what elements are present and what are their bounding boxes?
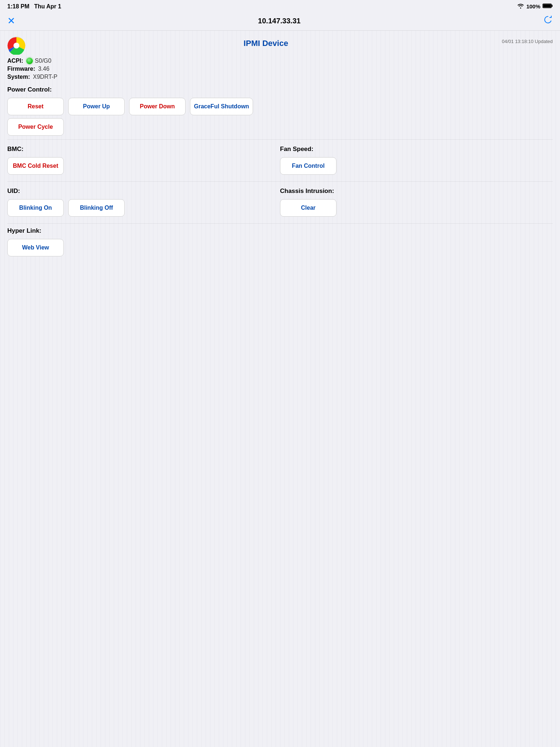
uid-section: UID: Blinking On Blinking Off <box>7 185 280 220</box>
close-button[interactable]: ✕ <box>7 16 15 26</box>
device-info: ACPI: S0/G0 Firmware: 3.46 System: X9DRT… <box>7 58 553 80</box>
fan-speed-buttons: Fan Control <box>280 157 553 175</box>
main-content: IPMI Device 04/01 13:18:10 Updated ACPI:… <box>0 31 560 265</box>
power-control-label: Power Control: <box>7 86 553 93</box>
app-logo <box>7 36 26 55</box>
acpi-label: ACPI: <box>7 58 23 64</box>
firmware-label: Firmware: <box>7 66 35 72</box>
battery-percent: 100% <box>526 3 540 9</box>
blinking-on-button[interactable]: Blinking On <box>7 199 64 217</box>
uid-buttons: Blinking On Blinking Off <box>7 199 280 217</box>
battery-icon <box>542 3 553 9</box>
clear-button[interactable]: Clear <box>280 199 337 217</box>
acpi-value: S0/G0 <box>35 58 51 64</box>
chassis-intrusion-label: Chassis Intrusion: <box>280 187 553 195</box>
system-row: System: X9DRT-P <box>7 74 553 80</box>
nav-bar: ✕ 10.147.33.31 <box>0 11 560 31</box>
bmc-cold-reset-button[interactable]: BMC Cold Reset <box>7 157 64 175</box>
header-row: IPMI Device 04/01 13:18:10 Updated <box>7 36 553 55</box>
status-bar: 1:18 PM Thu Apr 1 100% <box>0 0 560 11</box>
hyper-link-label: Hyper Link: <box>7 227 553 235</box>
bmc-label: BMC: <box>7 146 280 153</box>
firmware-row: Firmware: 3.46 <box>7 66 553 72</box>
system-value: X9DRT-P <box>33 74 57 80</box>
hyper-link-buttons: Web View <box>7 239 553 256</box>
svg-point-4 <box>13 43 19 49</box>
power-up-button[interactable]: Power Up <box>68 98 125 115</box>
acpi-indicator <box>26 58 33 64</box>
status-time: 1:18 PM <box>7 3 29 9</box>
page-title: IPMI Device <box>30 39 502 48</box>
fan-speed-section: Fan Speed: Fan Control <box>280 143 553 178</box>
refresh-button[interactable] <box>543 15 553 27</box>
chassis-intrusion-section: Chassis Intrusion: Clear <box>280 185 553 220</box>
svg-rect-2 <box>543 4 551 8</box>
svg-rect-1 <box>552 5 553 7</box>
bmc-buttons: BMC Cold Reset <box>7 157 280 175</box>
power-control-row1: Reset Power Up Power Down GraceFul Shutd… <box>7 98 553 115</box>
status-right: 100% <box>517 3 553 10</box>
acpi-row: ACPI: S0/G0 <box>7 58 553 64</box>
uid-label: UID: <box>7 187 280 195</box>
bmc-fanspeed-row: BMC: BMC Cold Reset Fan Speed: Fan Contr… <box>7 143 553 178</box>
divider2 <box>7 181 553 182</box>
status-time-date: 1:18 PM Thu Apr 1 <box>7 3 61 10</box>
nav-title: 10.147.33.31 <box>15 17 543 25</box>
firmware-value: 3.46 <box>38 66 49 72</box>
reset-button[interactable]: Reset <box>7 98 64 115</box>
chassis-intrusion-buttons: Clear <box>280 199 553 217</box>
power-down-button[interactable]: Power Down <box>129 98 186 115</box>
divider3 <box>7 223 553 224</box>
power-cycle-button[interactable]: Power Cycle <box>7 118 64 136</box>
divider1 <box>7 139 553 140</box>
web-view-button[interactable]: Web View <box>7 239 64 256</box>
status-date: Thu Apr 1 <box>34 3 61 9</box>
timestamp: 04/01 13:18:10 Updated <box>502 36 553 44</box>
fan-speed-label: Fan Speed: <box>280 146 553 153</box>
system-label: System: <box>7 74 30 80</box>
blinking-off-button[interactable]: Blinking Off <box>68 199 125 217</box>
uid-chassis-row: UID: Blinking On Blinking Off Chassis In… <box>7 185 553 220</box>
bmc-section: BMC: BMC Cold Reset <box>7 143 280 178</box>
header-center: IPMI Device <box>30 36 502 48</box>
fan-control-button[interactable]: Fan Control <box>280 157 337 175</box>
power-control-row2: Power Cycle <box>7 118 553 136</box>
graceful-shutdown-button[interactable]: GraceFul Shutdown <box>190 98 253 115</box>
wifi-icon <box>517 3 524 10</box>
